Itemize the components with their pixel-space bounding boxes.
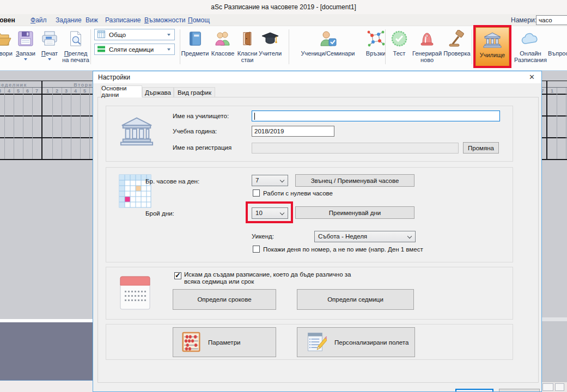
online-timetables-button[interactable]: Онлайн Разписания: [513, 27, 548, 63]
find-label: Намери:: [511, 14, 536, 26]
ribbon-separator: [472, 29, 472, 64]
parameters-button[interactable]: Параметри: [173, 327, 276, 357]
timetable-area-left[interactable]: Понеделник Вторник 3 4 5 6 7 1 2 3 4 5: [0, 71, 93, 392]
dialog-title-bar[interactable]: Настройки ✕: [93, 71, 541, 83]
tab-page: Име на училището: Учебна година: 2018/20…: [97, 97, 539, 383]
print-button[interactable]: Печат: [38, 27, 61, 60]
title-bar: aSc Разписание на часовете 2019 - [docum…: [0, 0, 567, 14]
questions-button[interactable]: Въпроси: [548, 27, 567, 57]
network-icon: [364, 27, 388, 50]
classes-button[interactable]: Класове: [209, 27, 236, 57]
merged-weeks-icon: [97, 45, 105, 54]
siren-icon: [411, 27, 443, 50]
students-seminars-button[interactable]: Ученици/Семинари: [293, 27, 363, 57]
rename-days-button[interactable]: Преименувай дни: [295, 206, 414, 219]
day-numbers-checkbox[interactable]: [253, 246, 260, 253]
number-of-days-combo[interactable]: 10: [252, 207, 288, 219]
zero-hours-label: Работи с нулеви часове: [263, 190, 333, 197]
weeks-mode-combo[interactable]: Сляти седмици: [94, 44, 175, 55]
timetable-grid-left: Понеделник Вторник 3 4 5 6 7 1 2 3 4 5: [0, 81, 93, 169]
ribbon-separator: [385, 29, 386, 64]
graduation-cap-icon: [257, 27, 283, 50]
side-panel: [542, 321, 567, 382]
ribbon-separator: [90, 29, 91, 64]
school-name-input[interactable]: [252, 111, 500, 121]
find-input[interactable]: часо: [536, 15, 567, 25]
save-floppy-icon: [13, 27, 38, 50]
settings-dialog: Настройки ✕ Основни данни Държава Вид гр…: [93, 71, 542, 392]
multiweek-label: Искам да създам разписание, което да бъд…: [184, 271, 359, 285]
tab-basic-data[interactable]: Основни данни: [101, 85, 142, 97]
bells-rename-hours-button[interactable]: Звънец / Преименувай часове: [295, 174, 414, 187]
status-strip: [0, 381, 93, 392]
gavel-icon: [442, 27, 472, 50]
define-terms-button[interactable]: Определи срокове: [173, 289, 276, 310]
print-preview-button[interactable]: Преглед на печата: [61, 27, 90, 63]
school-year-input[interactable]: 2018/2019: [252, 126, 334, 137]
app-window: aSc Разписание на часовете 2019 - [docum…: [0, 0, 567, 392]
cloud-icon: [513, 27, 548, 50]
cancel-button[interactable]: [499, 389, 540, 392]
menu-item-main[interactable]: Основен: [0, 14, 19, 26]
menu-item-task[interactable]: Задание: [56, 14, 82, 26]
custom-fields-button[interactable]: Персонализирани полета: [297, 327, 415, 357]
timetable-grid-right: 7 1: [542, 81, 567, 169]
menu-bar: Основен Файл Задание Виж Разписание Възм…: [0, 14, 567, 26]
check-button[interactable]: Проверка: [442, 27, 472, 57]
printer-icon: [38, 27, 61, 50]
view-mode-combo[interactable]: Общо: [94, 29, 175, 40]
menu-item-timetable[interactable]: Разписание: [105, 14, 141, 26]
custom-fields-icon: [306, 331, 327, 354]
define-weeks-button[interactable]: Определи седмици: [297, 289, 414, 310]
test-check-icon: [388, 27, 411, 50]
weekend-combo[interactable]: Събота - Неделя: [314, 231, 416, 242]
menu-item-help[interactable]: Помощ: [188, 14, 210, 26]
print-dropdown-arrow-icon[interactable]: [48, 58, 51, 60]
window-title: aSc Разписание на часовете 2019 - [docum…: [211, 3, 356, 11]
hours-per-day-label: Бр. часове на ден:: [145, 178, 199, 185]
ribbon-toolbar: Отвори Запази Печат Преглед на печата: [0, 26, 567, 71]
combo-chevron-icon: [280, 178, 284, 182]
school-name-label: Име на училището:: [173, 113, 229, 119]
teachers-button[interactable]: Учители: [257, 27, 283, 57]
menu-item-view[interactable]: Виж: [86, 14, 98, 26]
save-button[interactable]: Запази: [13, 27, 38, 60]
ribbon-separator: [180, 29, 180, 64]
links-button[interactable]: Връзки: [364, 27, 388, 57]
tab-country[interactable]: Държава: [142, 87, 174, 97]
classrooms-button[interactable]: Класни стаи: [236, 27, 258, 63]
menu-item-options[interactable]: Възможности: [144, 14, 185, 26]
tab-grid-type[interactable]: Вид график: [174, 87, 215, 97]
zero-hours-checkbox[interactable]: [253, 189, 260, 197]
ok-button[interactable]: [455, 389, 493, 392]
school-large-icon: [119, 114, 155, 149]
open-button[interactable]: Отвори: [0, 27, 13, 57]
timetable-area-right[interactable]: 7 1: [542, 71, 567, 392]
change-button[interactable]: Промяна: [463, 142, 499, 154]
number-of-days-label: Брой дни:: [145, 210, 174, 217]
close-icon[interactable]: ✕: [529, 73, 535, 81]
subjects-button[interactable]: Предмети: [181, 27, 209, 57]
hours-per-day-combo[interactable]: 7: [252, 175, 288, 186]
calendar-red-icon: [120, 276, 150, 312]
weekend-label: Уикенд:: [252, 233, 274, 240]
test-button[interactable]: Тест: [388, 27, 411, 57]
panel-divider: [542, 317, 567, 321]
generate-new-button[interactable]: Генерирай ново: [411, 27, 443, 63]
registration-input: [252, 143, 459, 154]
scrollbar-thumb[interactable]: [542, 383, 553, 391]
multiweek-checkbox[interactable]: [174, 272, 181, 279]
students-pair-icon: [209, 27, 236, 50]
combo-arrow-icon: [167, 34, 170, 36]
print-preview-icon: [61, 27, 90, 50]
menu-item-file[interactable]: Файл: [31, 14, 47, 26]
bottom-panel: [0, 322, 93, 380]
school-button[interactable]: Училище: [475, 27, 509, 67]
school-building-icon: [476, 28, 509, 52]
day-numbers-label: Покажи деня по номер, а не по име (напр.…: [263, 246, 503, 253]
open-folder-icon: [0, 27, 13, 50]
student-check-icon: [293, 27, 363, 50]
save-dropdown-arrow-icon[interactable]: [24, 58, 27, 60]
scrollbar-button[interactable]: [555, 383, 564, 391]
door-icon: [236, 27, 258, 50]
